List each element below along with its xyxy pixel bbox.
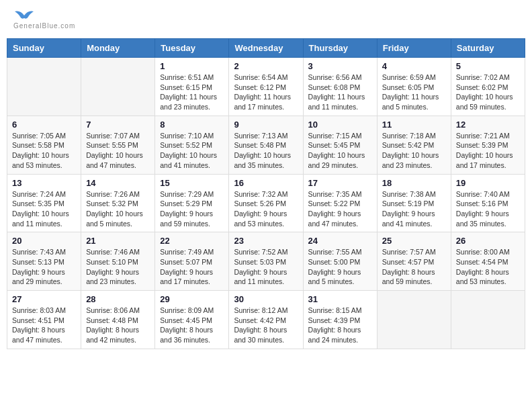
day-info: Sunrise: 7:57 AM Sunset: 4:57 PM Dayligh… [382,247,446,287]
calendar-cell: 5Sunrise: 7:02 AM Sunset: 6:02 PM Daylig… [451,58,525,116]
calendar-cell: 7Sunrise: 7:07 AM Sunset: 5:55 PM Daylig… [81,116,155,174]
day-info: Sunrise: 7:29 AM Sunset: 5:29 PM Dayligh… [160,189,224,229]
day-info: Sunrise: 7:05 AM Sunset: 5:58 PM Dayligh… [12,131,76,171]
day-info: Sunrise: 7:49 AM Sunset: 5:07 PM Dayligh… [160,247,224,287]
calendar-cell: 20Sunrise: 7:43 AM Sunset: 5:13 PM Dayli… [7,232,81,291]
calendar-cell: 21Sunrise: 7:46 AM Sunset: 5:10 PM Dayli… [81,232,155,291]
day-number: 14 [86,178,150,188]
day-info: Sunrise: 6:54 AM Sunset: 6:12 PM Dayligh… [234,73,298,112]
day-info: Sunrise: 7:52 AM Sunset: 5:03 PM Dayligh… [234,247,298,287]
day-info: Sunrise: 7:43 AM Sunset: 5:13 PM Dayligh… [12,247,76,287]
day-info: Sunrise: 8:03 AM Sunset: 4:51 PM Dayligh… [12,306,76,345]
day-number: 26 [456,236,520,246]
calendar-cell: 4Sunrise: 6:59 AM Sunset: 6:05 PM Daylig… [377,58,451,116]
day-info: Sunrise: 7:38 AM Sunset: 5:19 PM Dayligh… [382,189,446,229]
calendar-cell: 29Sunrise: 8:09 AM Sunset: 4:45 PM Dayli… [155,291,229,349]
day-number: 3 [308,61,372,71]
day-info: Sunrise: 7:15 AM Sunset: 5:45 PM Dayligh… [308,131,372,171]
day-number: 20 [12,236,76,246]
day-info: Sunrise: 7:02 AM Sunset: 6:02 PM Dayligh… [456,73,520,112]
day-number: 15 [160,178,224,188]
calendar-cell: 14Sunrise: 7:26 AM Sunset: 5:32 PM Dayli… [81,174,155,232]
day-info: Sunrise: 7:24 AM Sunset: 5:35 PM Dayligh… [12,189,76,229]
day-number: 31 [308,294,372,304]
day-number: 6 [12,120,76,130]
day-number: 1 [160,61,224,71]
day-number: 28 [86,294,150,304]
calendar-cell: 11Sunrise: 7:18 AM Sunset: 5:42 PM Dayli… [377,116,451,174]
day-number: 25 [382,236,446,246]
day-info: Sunrise: 7:32 AM Sunset: 5:26 PM Dayligh… [234,189,298,229]
logo-bird-icon [15,10,34,24]
calendar-cell [451,291,525,349]
day-number: 27 [12,294,76,304]
day-info: Sunrise: 7:35 AM Sunset: 5:22 PM Dayligh… [308,189,372,229]
calendar-cell: 2Sunrise: 6:54 AM Sunset: 6:12 PM Daylig… [229,58,303,116]
day-info: Sunrise: 8:09 AM Sunset: 4:45 PM Dayligh… [160,306,224,345]
calendar-cell [377,291,451,349]
calendar-cell: 17Sunrise: 7:35 AM Sunset: 5:22 PM Dayli… [303,174,377,232]
calendar-cell [81,58,155,116]
calendar-cell: 19Sunrise: 7:40 AM Sunset: 5:16 PM Dayli… [451,174,525,232]
day-number: 19 [456,178,520,188]
day-info: Sunrise: 8:06 AM Sunset: 4:48 PM Dayligh… [86,306,150,345]
day-number: 12 [456,120,520,130]
weekday-header-friday: Friday [377,39,451,58]
calendar-cell: 10Sunrise: 7:15 AM Sunset: 5:45 PM Dayli… [303,116,377,174]
day-number: 7 [86,120,150,130]
calendar-week-4: 20Sunrise: 7:43 AM Sunset: 5:13 PM Dayli… [7,232,525,291]
day-number: 23 [234,236,298,246]
calendar-week-5: 27Sunrise: 8:03 AM Sunset: 4:51 PM Dayli… [7,291,525,349]
day-info: Sunrise: 6:51 AM Sunset: 6:15 PM Dayligh… [160,73,224,112]
calendar-cell: 23Sunrise: 7:52 AM Sunset: 5:03 PM Dayli… [229,232,303,291]
calendar-cell: 1Sunrise: 6:51 AM Sunset: 6:15 PM Daylig… [155,58,229,116]
calendar-cell: 18Sunrise: 7:38 AM Sunset: 5:19 PM Dayli… [377,174,451,232]
day-info: Sunrise: 7:07 AM Sunset: 5:55 PM Dayligh… [86,131,150,171]
day-number: 21 [86,236,150,246]
calendar-cell: 25Sunrise: 7:57 AM Sunset: 4:57 PM Dayli… [377,232,451,291]
weekday-header-thursday: Thursday [303,39,377,58]
calendar-cell: 31Sunrise: 8:15 AM Sunset: 4:39 PM Dayli… [303,291,377,349]
page-header: GeneralBlue.com [7,7,525,33]
weekday-header-monday: Monday [81,39,155,58]
day-info: Sunrise: 7:40 AM Sunset: 5:16 PM Dayligh… [456,189,520,229]
weekday-header-saturday: Saturday [451,39,525,58]
calendar-cell: 16Sunrise: 7:32 AM Sunset: 5:26 PM Dayli… [229,174,303,232]
calendar-cell: 3Sunrise: 6:56 AM Sunset: 6:08 PM Daylig… [303,58,377,116]
calendar-cell: 28Sunrise: 8:06 AM Sunset: 4:48 PM Dayli… [81,291,155,349]
calendar-week-1: 1Sunrise: 6:51 AM Sunset: 6:15 PM Daylig… [7,58,525,116]
calendar-cell: 13Sunrise: 7:24 AM Sunset: 5:35 PM Dayli… [7,174,81,232]
logo: GeneralBlue.com [13,10,75,30]
day-number: 22 [160,236,224,246]
day-info: Sunrise: 7:21 AM Sunset: 5:39 PM Dayligh… [456,131,520,171]
day-number: 13 [12,178,76,188]
calendar-week-3: 13Sunrise: 7:24 AM Sunset: 5:35 PM Dayli… [7,174,525,232]
day-number: 9 [234,120,298,130]
weekday-header-tuesday: Tuesday [155,39,229,58]
calendar-cell: 30Sunrise: 8:12 AM Sunset: 4:42 PM Dayli… [229,291,303,349]
calendar-cell: 15Sunrise: 7:29 AM Sunset: 5:29 PM Dayli… [155,174,229,232]
calendar-cell: 27Sunrise: 8:03 AM Sunset: 4:51 PM Dayli… [7,291,81,349]
day-info: Sunrise: 6:56 AM Sunset: 6:08 PM Dayligh… [308,73,372,112]
calendar-cell: 24Sunrise: 7:55 AM Sunset: 5:00 PM Dayli… [303,232,377,291]
day-number: 24 [308,236,372,246]
day-info: Sunrise: 8:00 AM Sunset: 4:54 PM Dayligh… [456,247,520,287]
calendar-week-2: 6Sunrise: 7:05 AM Sunset: 5:58 PM Daylig… [7,116,525,174]
day-info: Sunrise: 7:13 AM Sunset: 5:48 PM Dayligh… [234,131,298,171]
day-info: Sunrise: 7:55 AM Sunset: 5:00 PM Dayligh… [308,247,372,287]
weekday-header-wednesday: Wednesday [229,39,303,58]
day-info: Sunrise: 7:26 AM Sunset: 5:32 PM Dayligh… [86,189,150,229]
calendar-cell: 6Sunrise: 7:05 AM Sunset: 5:58 PM Daylig… [7,116,81,174]
calendar-cell: 9Sunrise: 7:13 AM Sunset: 5:48 PM Daylig… [229,116,303,174]
day-number: 5 [456,61,520,71]
day-info: Sunrise: 8:12 AM Sunset: 4:42 PM Dayligh… [234,306,298,345]
weekday-header-row: SundayMondayTuesdayWednesdayThursdayFrid… [7,39,525,58]
day-number: 18 [382,178,446,188]
calendar-cell [7,58,81,116]
day-number: 11 [382,120,446,130]
day-number: 16 [234,178,298,188]
day-info: Sunrise: 7:10 AM Sunset: 5:52 PM Dayligh… [160,131,224,171]
calendar-table: SundayMondayTuesdayWednesdayThursdayFrid… [7,38,525,349]
day-number: 29 [160,294,224,304]
day-number: 8 [160,120,224,130]
